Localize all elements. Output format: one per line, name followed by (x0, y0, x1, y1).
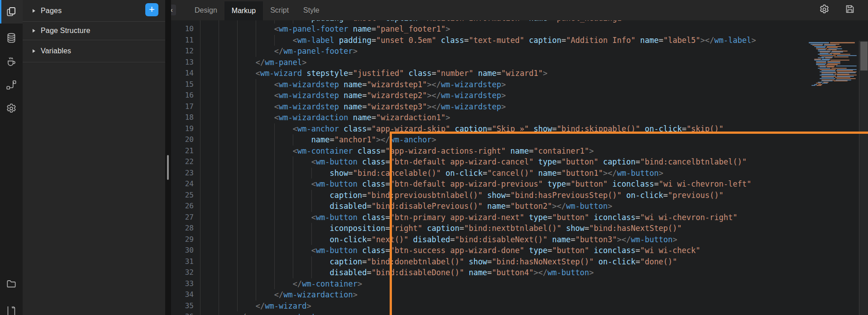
add-page-button[interactable]: + (145, 3, 158, 16)
api-connector-icon (5, 79, 17, 91)
database-icon (5, 32, 17, 44)
code-line-19: 19<wm-anchor class="app-wizard-skip" cap… (171, 123, 868, 135)
panel-section-variables[interactable]: Variables (23, 40, 165, 62)
panel-editor-divider (165, 0, 171, 315)
code-line-26: 26disabled="bind:disablePrevious()" name… (171, 201, 868, 212)
code-line-9: 9padding="unset" caption="Addition Infor… (171, 20, 868, 24)
code-line-29: 29on-click="next()" disabled="bind:disab… (171, 234, 868, 245)
settings-icon (5, 103, 17, 114)
minimap[interactable] (809, 42, 858, 86)
chevron-right-icon (33, 49, 35, 53)
code-line-22: 22<wm-button class="btn-default app-wiza… (171, 156, 868, 168)
code-line-15: 15<wm-wizardstep name="wizardstep1"></wm… (171, 79, 868, 90)
panel-scrollbar-thumb[interactable] (167, 155, 169, 180)
code-line-18: 18<wm-wizardaction name="wizardaction1"> (171, 112, 868, 123)
java-coffee-icon (5, 56, 17, 67)
code-line-27: 27<wm-button class="btn-primary app-wiza… (171, 212, 868, 223)
panel-section-label: Page Structure (41, 27, 91, 35)
activity-item-settings[interactable] (0, 97, 23, 120)
code-line-28: 28iconposition="right" caption="bind:nex… (171, 223, 868, 234)
code-line-31: 31caption="bind:donebtnlabel()" show="bi… (171, 256, 868, 268)
activity-bar (0, 0, 23, 315)
code-lines: 9padding="unset" caption="Addition Infor… (171, 20, 868, 315)
chevron-right-icon (33, 29, 35, 33)
code-line-36: 36</wm-page-content> (171, 311, 868, 315)
activity-item-java-services[interactable] (0, 50, 23, 73)
editor-tab-bar: « Design Markup Script Style (171, 0, 868, 20)
editor-scrollbar-thumb[interactable] (860, 42, 868, 71)
editor-scrollbar[interactable] (859, 41, 868, 315)
code-line-33: 33</wm-container> (171, 278, 868, 290)
code-line-11: 11<wm-label padding="unset 0.5em" class=… (171, 35, 868, 46)
tab-style[interactable]: Style (296, 0, 327, 20)
code-line-25: 25caption="bind:previousbtnlabel()" show… (171, 190, 868, 201)
folder-icon (5, 278, 17, 291)
code-line-32: 32disabled="bind:disableDone()" name="bu… (171, 267, 868, 278)
code-line-10: 10<wm-panel-footer name="panel_footer1"> (171, 24, 868, 35)
activity-item-files[interactable] (0, 273, 23, 296)
file-partial-icon (5, 306, 17, 315)
code-line-13: 13</wm-panel> (171, 57, 868, 68)
ide-window: { "activity_bar": { "icons": ["pages-ico… (0, 0, 868, 315)
panel-section-page-structure[interactable]: Page Structure (23, 22, 165, 40)
chevron-right-icon (33, 9, 35, 13)
code-line-34: 34</wm-wizardaction> (171, 289, 868, 301)
activity-item-file-partial[interactable] (0, 306, 23, 315)
editor-pane: « Design Markup Script Style 9padding="u… (171, 0, 868, 315)
panel-section-label: Pages (41, 7, 62, 15)
code-line-12: 12</wm-panel-footer> (171, 46, 868, 57)
save-icon[interactable] (844, 4, 855, 17)
panel-section-label: Variables (41, 47, 71, 55)
panel-section-pages[interactable]: Pages + (23, 0, 165, 22)
activity-item-apis[interactable] (0, 73, 23, 97)
settings-gear-icon[interactable] (819, 4, 830, 17)
code-line-14: 14<wm-wizard stepstyle="justified" class… (171, 68, 868, 79)
code-line-35: 35</wm-wizard> (171, 301, 868, 312)
code-line-24: 24<wm-button class="btn-default app-wiza… (171, 179, 868, 190)
pages-panel: Pages + Page Structure Variables (23, 0, 165, 315)
code-line-20: 20name="anchor1"></wm-anchor> (171, 134, 868, 146)
code-line-23: 23show="bind:cancelable()" on-click="can… (171, 168, 868, 179)
tab-design[interactable]: Design (187, 0, 224, 20)
activity-item-pages[interactable] (0, 0, 23, 24)
code-line-21: 21<wm-container class="app-wizard-action… (171, 146, 868, 157)
tab-script[interactable]: Script (263, 0, 296, 20)
code-line-30: 30<wm-button class="btn-success app-wiza… (171, 245, 868, 256)
pages-icon (5, 6, 17, 18)
activity-item-database[interactable] (0, 26, 23, 50)
code-line-16: 16<wm-wizardstep name="wizardstep2"></wm… (171, 90, 868, 101)
tab-markup[interactable]: Markup (224, 1, 263, 20)
code-line-17: 17<wm-wizardstep name="wizardstep3"></wm… (171, 101, 868, 113)
markup-code-editor[interactable]: 9padding="unset" caption="Addition Infor… (171, 20, 868, 315)
